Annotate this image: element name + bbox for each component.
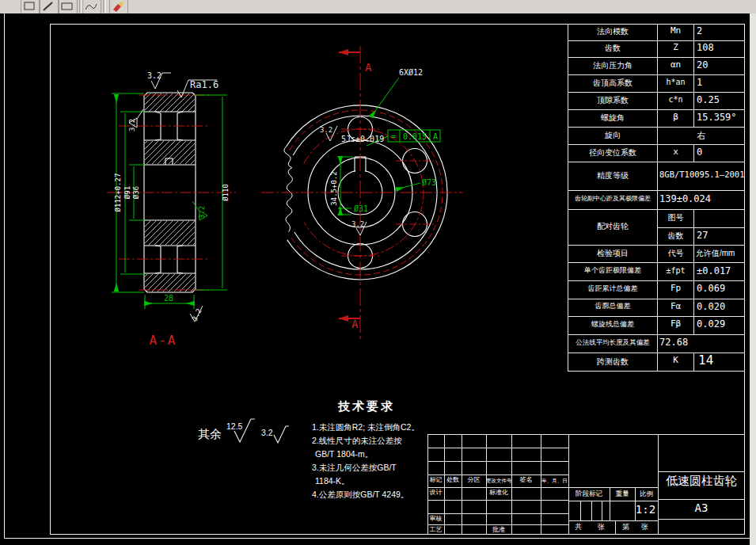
table-value: 0 xyxy=(697,147,702,158)
table-value: ±0.017 xyxy=(697,266,731,276)
tb-process: 工艺 xyxy=(427,527,444,534)
tb-header: 标记 xyxy=(427,477,444,484)
tech-req-line: GB/T 1804-m。 xyxy=(315,450,373,459)
table-symbol: ±fpt xyxy=(658,266,693,275)
table-label: 检验项目 xyxy=(568,249,657,257)
table-symbol: x xyxy=(658,147,693,157)
tb-sheet-word: 张 xyxy=(598,524,605,532)
table-value: 2 xyxy=(697,26,702,36)
table-value: 108 xyxy=(697,43,714,53)
table-label: 齿轮副中心距及其极限偏差 xyxy=(568,196,657,203)
roughness-bore: 3.2 xyxy=(351,220,364,228)
tech-req-line: 4.公差原则按GB/T 4249。 xyxy=(312,490,408,500)
table-label: 齿距累计总偏差 xyxy=(568,285,657,293)
dim-d91: Ø91 xyxy=(123,186,131,199)
table-symbol: Mn xyxy=(658,26,693,36)
table-value: 右 xyxy=(658,131,745,140)
gdt-tolerance: 0.015 xyxy=(403,132,427,141)
table-symbol: αn xyxy=(658,60,693,70)
cad-window: { "toolbar": { "icons": ["rectangle-icon… xyxy=(0,0,756,545)
front-view: 6XØ12 A A 5Js±0.019 3.2 = 0.015 A Ø73 34… xyxy=(261,46,463,339)
dim-d110: Ø110 xyxy=(222,184,230,201)
hub-dia-label: Ø73 xyxy=(422,178,436,187)
section-marker-top: A xyxy=(365,61,372,74)
tb-design: 设计 xyxy=(427,490,444,497)
tb-scale-label: 比例 xyxy=(635,490,658,497)
table-label: 单个齿距极限偏差 xyxy=(568,267,657,275)
tb-header: 年、月、日 xyxy=(541,478,568,483)
table-symbol: β xyxy=(658,112,693,122)
tb-approve: 批准 xyxy=(486,527,511,534)
table-value: 20 xyxy=(697,60,708,71)
tb-header: 分区 xyxy=(462,477,486,484)
table-label: 旋向 xyxy=(568,131,657,139)
tb-header: 签名 xyxy=(511,477,541,484)
ra-note: Ra1.6 xyxy=(190,79,218,90)
table-value: 14 xyxy=(698,353,713,368)
table-label: 精度等级 xyxy=(568,171,657,180)
table-value: 15.359° xyxy=(697,112,737,123)
sheet-size: A3 xyxy=(658,502,745,514)
gdt-symbol: = xyxy=(391,132,396,141)
table-symbol: 图号 xyxy=(658,213,693,222)
section-marker-bottom: A xyxy=(351,318,359,330)
table-symbol: Fβ xyxy=(658,319,693,329)
tech-req-line: 1184-K。 xyxy=(315,477,350,486)
table-label: 螺旋角 xyxy=(568,113,657,122)
table-value: 27 xyxy=(697,231,708,241)
table-label: 齿数 xyxy=(568,44,657,52)
table-value: 8GB/T10095.1—2001 xyxy=(659,170,744,180)
table-value: 72.68 xyxy=(659,337,688,348)
table-symbol: 齿数 xyxy=(658,231,693,240)
table-value: 0.020 xyxy=(697,302,725,312)
table-label: 齿廓总偏差 xyxy=(568,303,657,311)
table-label: 齿顶高系数 xyxy=(568,78,657,87)
tb-weight: 重量 xyxy=(610,490,635,497)
tb-sheet-word: 共 xyxy=(575,524,582,532)
tb-scale-value: 1:2 xyxy=(633,504,658,516)
surface-note-prefix: 其余 xyxy=(198,428,222,441)
section-view: 3.2 Ra1.6 3.2 Ø112+0.27 Ø91 Ø36 Ø110 3.2… xyxy=(107,71,236,348)
tb-standardization: 标准化 xyxy=(486,490,511,497)
table-value: 139±0.024 xyxy=(659,194,711,204)
tech-req-line: 1.未注圆角R2; 未注倒角C2。 xyxy=(312,423,420,433)
roughness-left: 3.2 xyxy=(128,119,136,131)
table-symbol: h*an xyxy=(658,78,693,86)
keyway-width-label: 5Js±0.019 xyxy=(341,135,384,143)
holes-label: 6XØ12 xyxy=(399,68,423,77)
table-value: 0.069 xyxy=(697,284,725,294)
key-height-label: 34.5+0.2 xyxy=(330,171,338,205)
table-label: 顶隙系数 xyxy=(568,96,657,105)
tech-req-line: 3.未注几何公差按GB/T xyxy=(312,463,397,473)
drawing-title: 低速圆柱齿轮 xyxy=(658,474,745,488)
table-label: 螺旋线总偏差 xyxy=(568,321,657,329)
tb-check: 审核 xyxy=(427,516,444,523)
roughness-keyway: 3.2 xyxy=(320,126,332,134)
tb-stage-mark: 阶段标记 xyxy=(568,490,610,497)
dim-d112: Ø112+0.27 xyxy=(114,173,122,212)
tech-req-line: 2.线性尺寸的未注公差按 xyxy=(312,436,402,446)
tb-header: 处数 xyxy=(444,477,462,484)
table-label: 法向压力角 xyxy=(568,61,657,70)
table-symbol: 代号 xyxy=(658,249,693,257)
dim-d36: Ø36 xyxy=(132,186,140,199)
table-symbol: K xyxy=(658,356,693,365)
dim-width-28: 28 xyxy=(164,294,173,303)
tb-header: 更改文件号 xyxy=(486,478,511,483)
table-label: 公法线平均长度及其偏差 xyxy=(568,339,657,346)
table-symbol: c*n xyxy=(658,95,693,104)
gdt-datum: A xyxy=(433,132,438,141)
table-symbol: Fp xyxy=(658,284,693,293)
tech-req-title: 技术要求 xyxy=(338,400,395,414)
roughness-bottom: 3.2 xyxy=(191,307,203,322)
section-view-label: A-A xyxy=(150,333,177,348)
surface-note-value: 12.5 xyxy=(226,422,242,432)
table-label: 跨测齿数 xyxy=(568,357,657,366)
table-symbol: Fα xyxy=(658,302,693,311)
roughness-top: 3.2 xyxy=(147,71,161,80)
surface-note-second: 3.2 xyxy=(261,429,273,438)
tb-sheet-word: 第 xyxy=(622,524,629,532)
tb-sheet-word: 张 xyxy=(641,524,648,532)
roughness-right: 3.2 xyxy=(198,206,206,219)
table-value: 允许值/mm xyxy=(696,249,735,257)
